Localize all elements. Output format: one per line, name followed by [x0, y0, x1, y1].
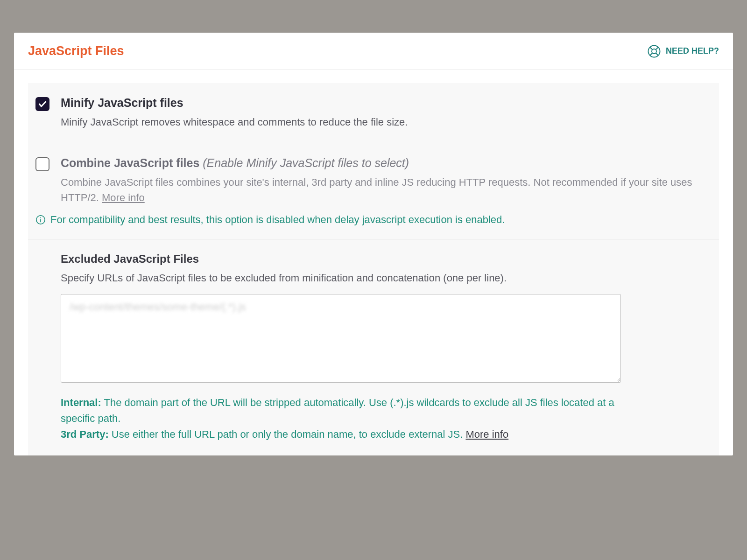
excluded-textarea[interactable]	[61, 294, 621, 383]
excluded-more-info-link[interactable]: More info	[465, 428, 508, 440]
minify-description: Minify JavaScript removes whitespace and…	[61, 114, 712, 130]
combine-description-text: Combine JavaScript files combines your s…	[61, 176, 692, 203]
svg-line-2	[650, 47, 652, 49]
combine-more-info-link[interactable]: More info	[102, 192, 145, 203]
panel-title: JavaScript Files	[28, 44, 124, 58]
svg-line-4	[650, 53, 652, 55]
excluded-description: Specify URLs of JavaScript files to be e…	[61, 270, 712, 286]
option-combine-block: Combine JavaScript files (Enable Minify …	[28, 143, 719, 239]
minify-title: Minify JavaScript files	[61, 96, 712, 110]
panel-header: JavaScript Files NEED HELP?	[14, 33, 733, 70]
help-lifebuoy-icon	[647, 44, 661, 58]
combine-title-text: Combine JavaScript files	[61, 156, 199, 169]
thirdparty-text: Use either the full URL path or only the…	[109, 428, 466, 440]
svg-point-1	[652, 49, 656, 54]
svg-line-5	[656, 53, 658, 55]
settings-panel: JavaScript Files NEED HELP?	[14, 33, 733, 455]
combine-title-hint: (Enable Minify JavaScript files to selec…	[203, 156, 409, 169]
excluded-title: Excluded JavaScript Files	[61, 252, 712, 266]
internal-label: Internal:	[61, 397, 101, 408]
need-help-link[interactable]: NEED HELP?	[647, 44, 719, 58]
excluded-section: Excluded JavaScript Files Specify URLs o…	[28, 239, 719, 455]
settings-content: Minify JavaScript files Minify JavaScrip…	[28, 83, 719, 455]
info-icon	[35, 215, 46, 225]
need-help-label: NEED HELP?	[666, 46, 719, 56]
combine-title: Combine JavaScript files (Enable Minify …	[61, 156, 712, 170]
internal-text: The domain part of the URL will be strip…	[61, 397, 614, 424]
minify-checkbox[interactable]	[35, 97, 49, 111]
excluded-help-text: Internal: The domain part of the URL wil…	[61, 395, 621, 442]
combine-checkbox[interactable]	[35, 157, 49, 171]
combine-notice-text: For compatibility and best results, this…	[50, 214, 505, 226]
thirdparty-label: 3rd Party:	[61, 428, 109, 440]
combine-description: Combine JavaScript files combines your s…	[61, 175, 712, 205]
option-minify-block: Minify JavaScript files Minify JavaScrip…	[28, 83, 719, 143]
svg-line-3	[656, 47, 658, 49]
combine-notice: For compatibility and best results, this…	[35, 214, 712, 226]
